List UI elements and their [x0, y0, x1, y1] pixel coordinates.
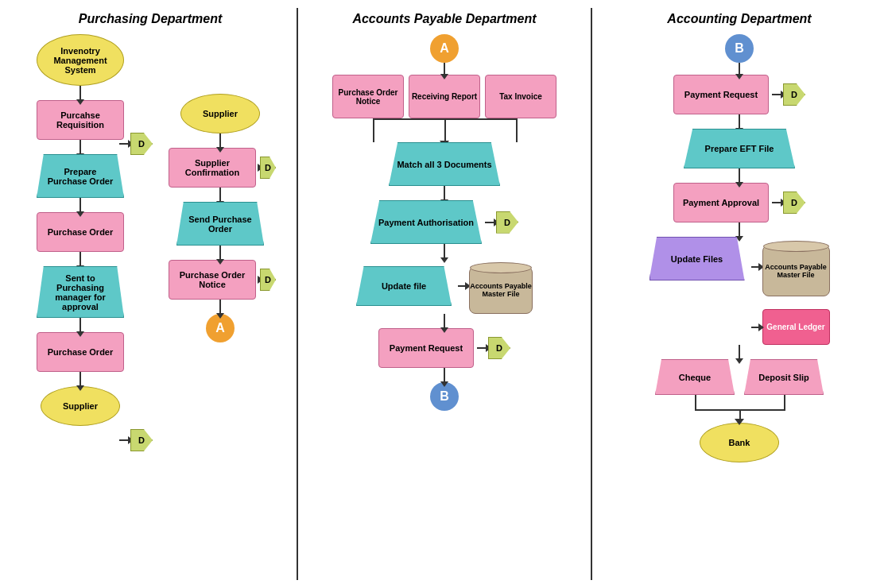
update-files-row: Update Files Accounts Payable Master Fil…: [650, 237, 830, 345]
arrow-inv-to-req: [79, 86, 81, 100]
diagram-container: Purchasing Department Invenotry Manageme…: [0, 0, 888, 588]
update-file-row: Update file Accounts Payable Master File: [356, 258, 533, 314]
arrow-updatefiles-to-ledger: [751, 327, 759, 328]
arrow-payreq-acc-d: [772, 94, 781, 95]
general-ledger: General Ledger: [762, 309, 830, 345]
deposit-slip: Deposit Slip: [744, 359, 824, 395]
a-connector-ap: A: [430, 34, 459, 63]
purchase-order-2: Purchase Order: [37, 332, 124, 372]
arrow-match-to-auth: [444, 186, 445, 200]
d-requisition-group: D: [119, 133, 153, 155]
arrow-update-to-cylinder: [458, 285, 466, 287]
ap-master-file-acc: Accounts Payable Master File: [762, 245, 830, 296]
arrow-sent-to-po2: [79, 318, 81, 332]
payment-request-acc: Payment Request: [673, 75, 769, 114]
converge-lines: [337, 118, 552, 142]
three-docs-row: Purchase Order Notice Receiving Report T…: [332, 75, 556, 118]
arrow-b-to-payreq: [739, 63, 740, 75]
receiving-report: Receiving Report: [409, 75, 480, 118]
payment-request-ap-row: Payment Request D: [378, 328, 510, 368]
arrow-sup-to-conf: [219, 133, 221, 148]
arrow-update-to-payreq: [444, 314, 445, 328]
acc-dept-title: Accounting Department: [667, 12, 811, 26]
supplier-top: Supplier: [180, 94, 260, 133]
update-files-acc: Update Files: [650, 237, 745, 280]
d-po2: D: [130, 429, 153, 451]
arrow-req-d: [119, 143, 129, 145]
payment-approval: Payment Approval: [673, 183, 769, 222]
d-po-notice: D: [260, 269, 276, 291]
match-3-docs: Match all 3 Documents: [389, 142, 500, 186]
arrow-a-to-docs: [444, 63, 445, 75]
arrow-po2-to-supplier: [79, 372, 81, 386]
arrow-po2-d: [119, 439, 129, 441]
arrow-ponotice-to-a: [219, 300, 221, 314]
prepare-eft-file: Prepare EFT File: [684, 129, 795, 168]
supplier-confirmation: Supplier Confirmation: [169, 148, 256, 188]
sent-to-purchasing-manager: Sent to Purchasing manager for approval: [37, 266, 124, 318]
prepare-purchase-order: Prepare Purchase Order: [37, 154, 124, 198]
update-file: Update file: [356, 266, 452, 306]
arrow-approval-d: [772, 202, 781, 203]
purchasing-department: Purchasing Department Invenotry Manageme…: [4, 8, 298, 580]
arrow-conf-to-sendpo: [219, 188, 221, 202]
payment-auth-row: Payment Authorisation D: [370, 200, 518, 244]
arrow-req-to-prep: [79, 140, 81, 154]
d-payment-approval: D: [783, 191, 805, 214]
arrow-eft-to-approval: [739, 168, 740, 183]
payment-approval-row: Payment Approval D: [673, 183, 805, 222]
inventory-system: Invenotry Management System: [37, 34, 124, 86]
tax-invoice: Tax Invoice: [485, 75, 556, 118]
ap-master-file-ap: Accounts Payable Master File: [469, 266, 533, 314]
payment-request-ap: Payment Request: [378, 328, 474, 368]
converge-bank-lines: [655, 395, 824, 423]
cheque-deposit-row: Cheque Deposit Slip: [655, 359, 824, 395]
arrow-approval-to-updatefiles: [739, 222, 740, 237]
purchase-requisition: Purcahse Requisition: [37, 100, 124, 140]
purchase-order-1: Purchase Order: [37, 212, 124, 252]
d-payment-req-ap: D: [488, 337, 510, 359]
d-payment-req-acc: D: [783, 83, 805, 106]
arrow-sendpo-to-ponotice: [219, 246, 221, 260]
purchasing-dept-title: Purchasing Department: [79, 12, 222, 26]
ap-dept-title: Accounts Payable Department: [352, 12, 536, 26]
arrow-prep-to-po: [79, 198, 81, 212]
arrow-payreq-d: [477, 347, 487, 349]
payment-request-acc-row: Payment Request D: [673, 75, 805, 114]
send-purchase-order: Send Purchase Order: [176, 202, 264, 246]
d-po2-group: D: [119, 429, 153, 451]
arrow-auth-to-update: [444, 244, 445, 258]
arrow-auth-d: [485, 222, 494, 223]
payment-authorisation: Payment Authorisation: [370, 200, 482, 244]
arrow-updatefiles-to-cheques: [739, 345, 740, 359]
arrow-po1-to-sent: [79, 252, 81, 266]
arrow-payreq-to-b: [444, 368, 445, 382]
arrow-updatefiles-to-apcylinder: [751, 266, 759, 268]
bank: Bank: [700, 423, 779, 462]
purchase-order-notice-left: Purchase Order Notice: [169, 260, 256, 300]
arrow-payreq-to-eft: [739, 114, 740, 129]
supplier-bottom: Supplier: [41, 386, 120, 426]
d-supplier-conf: D: [260, 157, 276, 179]
accounts-payable-department: Accounts Payable Department A Purchase O…: [298, 8, 592, 580]
d-payment-auth: D: [496, 211, 518, 234]
cheque: Cheque: [655, 359, 735, 395]
b-connector-acc: B: [725, 34, 754, 63]
accounting-department: Accounting Department B Payment Request …: [592, 8, 886, 580]
po-notice-ap: Purchase Order Notice: [332, 75, 404, 118]
d-requisition: D: [130, 133, 153, 155]
